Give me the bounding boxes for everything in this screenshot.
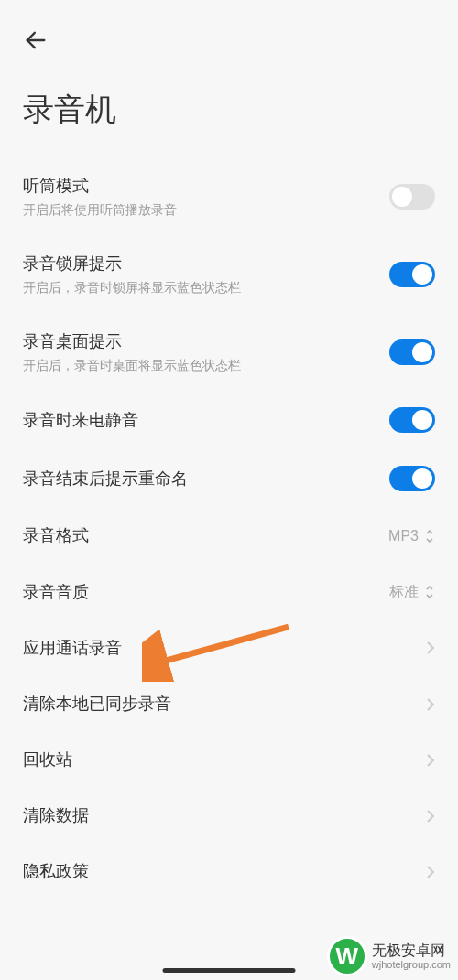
setting-clear-synced[interactable]: 清除本地已同步录音 xyxy=(23,676,435,732)
setting-label: 录音结束后提示重命名 xyxy=(23,468,389,490)
page-title: 录音机 xyxy=(0,66,458,158)
chevron-right-icon xyxy=(426,697,435,712)
chevron-right-icon xyxy=(426,753,435,768)
quality-value: 标准 xyxy=(389,583,419,602)
setting-label: 隐私政策 xyxy=(23,860,426,883)
updown-selector-icon xyxy=(424,584,435,600)
watermark: W 无极安卓网 wjhotelgroup.com xyxy=(323,932,458,980)
back-button[interactable] xyxy=(23,27,50,55)
watermark-url: wjhotelgroup.com xyxy=(372,959,451,971)
toggle-silent-call[interactable] xyxy=(389,407,435,433)
setting-earpiece-mode[interactable]: 听筒模式 开启后将使用听筒播放录音 xyxy=(23,158,435,236)
setting-app-call-record[interactable]: 应用通话录音 xyxy=(23,620,435,676)
setting-lockscreen-hint[interactable]: 录音锁屏提示 开启后，录音时锁屏将显示蓝色状态栏 xyxy=(23,236,435,314)
watermark-logo-icon: W xyxy=(327,936,367,976)
arrow-left-icon xyxy=(23,27,49,53)
setting-desc: 开启后，录音时桌面将显示蓝色状态栏 xyxy=(23,357,389,375)
toggle-earpiece[interactable] xyxy=(389,184,435,210)
setting-label: 录音时来电静音 xyxy=(23,409,389,432)
setting-label: 录音音质 xyxy=(23,581,389,604)
setting-recycle-bin[interactable]: 回收站 xyxy=(23,732,435,788)
setting-label: 录音锁屏提示 xyxy=(23,253,389,275)
format-value: MP3 xyxy=(388,528,419,544)
home-indicator[interactable] xyxy=(163,968,296,973)
setting-label: 听筒模式 xyxy=(23,175,389,198)
setting-label: 应用通话录音 xyxy=(23,637,426,660)
setting-desc: 开启后，录音时锁屏将显示蓝色状态栏 xyxy=(23,279,389,297)
setting-label: 录音桌面提示 xyxy=(23,330,389,353)
chevron-right-icon xyxy=(426,641,435,655)
setting-label: 清除本地已同步录音 xyxy=(23,693,426,716)
chevron-right-icon xyxy=(426,865,435,879)
setting-silent-on-call[interactable]: 录音时来电静音 xyxy=(23,391,435,449)
setting-clear-data[interactable]: 清除数据 xyxy=(23,788,435,844)
toggle-lockscreen[interactable] xyxy=(389,262,435,287)
updown-selector-icon xyxy=(424,528,435,544)
toggle-rename-prompt[interactable] xyxy=(389,466,435,491)
setting-format[interactable]: 录音格式 MP3 xyxy=(23,508,435,564)
setting-label: 回收站 xyxy=(23,748,426,771)
setting-desktop-hint[interactable]: 录音桌面提示 开启后，录音时桌面将显示蓝色状态栏 xyxy=(23,314,435,392)
chevron-right-icon xyxy=(426,809,435,824)
setting-rename-prompt[interactable]: 录音结束后提示重命名 xyxy=(23,449,435,508)
setting-quality[interactable]: 录音音质 标准 xyxy=(23,565,435,620)
setting-label: 录音格式 xyxy=(23,524,388,547)
setting-label: 清除数据 xyxy=(23,804,426,827)
setting-desc: 开启后将使用听筒播放录音 xyxy=(23,201,389,220)
toggle-desktop[interactable] xyxy=(389,339,435,365)
watermark-title: 无极安卓网 xyxy=(372,942,451,959)
setting-privacy-policy[interactable]: 隐私政策 xyxy=(23,844,435,899)
